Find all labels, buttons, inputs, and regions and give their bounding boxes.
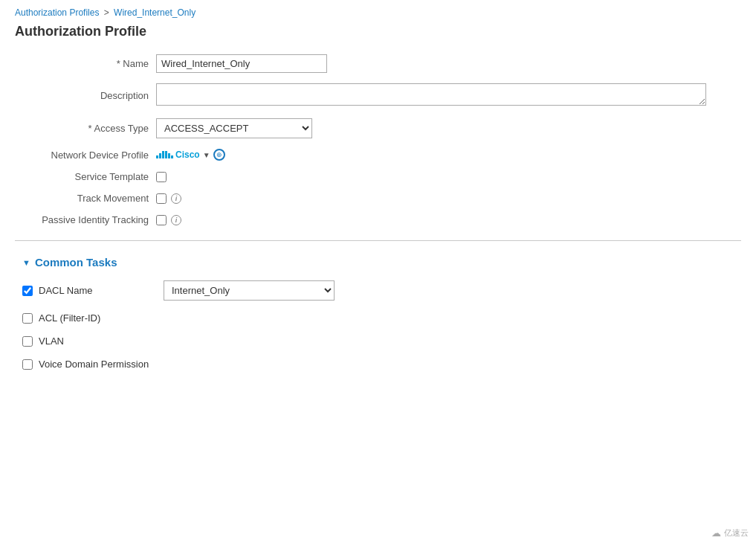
service-template-control — [156, 172, 167, 182]
form-section: * Name Description * Access Type ACCESS_… — [22, 54, 741, 225]
voice-domain-row: Voice Domain Permission — [22, 359, 741, 370]
breadcrumb-separator: > — [104, 7, 109, 18]
acl-checkbox[interactable] — [22, 313, 33, 324]
access-type-select-wrapper: ACCESS_ACCEPT ACCESS_REJECT — [156, 118, 312, 138]
cisco-logo: Cisco — [156, 150, 200, 160]
globe-icon[interactable]: ⊕ — [213, 149, 225, 161]
description-textarea[interactable] — [156, 83, 706, 106]
name-label: * Name — [22, 58, 156, 69]
acl-label: ACL (Filter-ID) — [39, 312, 100, 324]
page-content: Authorization Profiles > Wired_Internet_… — [0, 0, 756, 411]
breadcrumb-link[interactable]: Authorization Profiles — [15, 7, 99, 18]
track-movement-info-icon[interactable]: i — [171, 193, 181, 204]
description-input-wrapper — [156, 83, 706, 108]
passive-identity-label: Passive Identity Tracking — [22, 214, 156, 225]
cisco-bar-6 — [171, 155, 173, 158]
dacl-name-select-wrapper: Internet_Only PERMIT_ALL_TRAFFIC DENY_AL… — [164, 280, 335, 301]
access-type-select[interactable]: ACCESS_ACCEPT ACCESS_REJECT — [156, 118, 312, 138]
track-movement-control: i — [156, 193, 181, 204]
cisco-bar-3 — [162, 151, 164, 158]
track-movement-checkbox[interactable] — [156, 193, 167, 204]
vlan-checkbox[interactable] — [22, 336, 33, 347]
passive-identity-row: Passive Identity Tracking i — [22, 214, 741, 225]
description-row: Description — [22, 83, 741, 108]
passive-identity-info-icon[interactable]: i — [171, 215, 181, 225]
vlan-row: VLAN — [22, 335, 741, 347]
cisco-bar-2 — [159, 153, 161, 158]
cisco-bars-icon — [156, 151, 173, 158]
description-label: Description — [22, 90, 156, 101]
acl-row: ACL (Filter-ID) — [22, 312, 741, 324]
common-tasks-title: Common Tasks — [35, 256, 117, 269]
cisco-text: Cisco — [175, 150, 200, 160]
watermark: ☁ 亿速云 — [711, 527, 749, 539]
service-template-row: Service Template — [22, 171, 741, 182]
dacl-name-select[interactable]: Internet_Only PERMIT_ALL_TRAFFIC DENY_AL… — [164, 280, 335, 301]
cisco-bar-5 — [168, 153, 170, 158]
access-type-row: * Access Type ACCESS_ACCEPT ACCESS_REJEC… — [22, 118, 741, 138]
voice-domain-checkbox-wrapper: Voice Domain Permission — [22, 359, 156, 370]
voice-domain-label: Voice Domain Permission — [39, 359, 149, 370]
breadcrumb: Authorization Profiles > Wired_Internet_… — [15, 7, 741, 18]
passive-identity-control: i — [156, 215, 181, 225]
dacl-name-label: DACL Name — [39, 285, 92, 296]
track-movement-row: Track Movement i — [22, 193, 741, 204]
common-tasks-section: ▼ Common Tasks DACL Name Internet_Only P… — [22, 256, 741, 370]
common-tasks-header[interactable]: ▼ Common Tasks — [22, 256, 741, 269]
name-input[interactable] — [156, 54, 327, 73]
cisco-bar-4 — [165, 151, 167, 158]
section-collapse-arrow: ▼ — [22, 258, 30, 267]
acl-checkbox-wrapper: ACL (Filter-ID) — [22, 312, 156, 324]
name-input-wrapper — [156, 54, 327, 73]
network-device-profile-row: Network Device Profile Cisco ▼ ⊕ — [22, 149, 741, 161]
dacl-name-row: DACL Name Internet_Only PERMIT_ALL_TRAFF… — [22, 280, 741, 301]
dacl-checkbox-wrapper: DACL Name — [22, 285, 156, 296]
cisco-bar-1 — [156, 155, 158, 158]
network-device-profile-control: Cisco ▼ ⊕ — [156, 149, 225, 161]
network-device-profile-label: Network Device Profile — [22, 150, 156, 161]
watermark-icon: ☁ — [711, 527, 721, 539]
name-row: * Name — [22, 54, 741, 73]
section-divider — [15, 240, 741, 241]
page-title: Authorization Profile — [15, 24, 741, 39]
track-movement-label: Track Movement — [22, 193, 156, 204]
vlan-checkbox-wrapper: VLAN — [22, 335, 156, 347]
passive-identity-checkbox[interactable] — [156, 215, 167, 225]
service-template-label: Service Template — [22, 171, 156, 182]
cisco-dropdown-arrow[interactable]: ▼ — [203, 151, 210, 159]
voice-domain-checkbox[interactable] — [22, 359, 33, 370]
vlan-label: VLAN — [39, 335, 64, 347]
watermark-text: 亿速云 — [724, 527, 749, 539]
service-template-checkbox[interactable] — [156, 172, 167, 182]
dacl-name-checkbox[interactable] — [22, 286, 33, 296]
breadcrumb-current: Wired_Internet_Only — [114, 7, 196, 18]
access-type-label: * Access Type — [22, 123, 156, 134]
